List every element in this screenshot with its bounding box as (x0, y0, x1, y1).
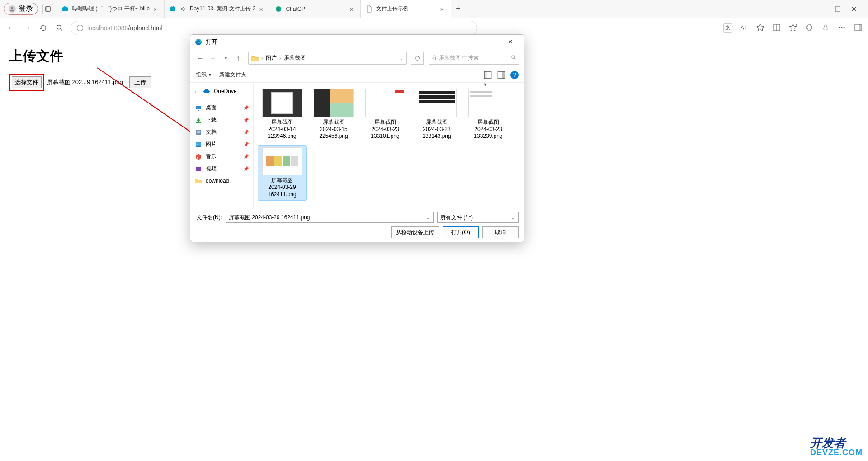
chevron-down-icon[interactable]: ⌄ (399, 55, 404, 61)
file-item-selected[interactable]: 屏幕截图2024-03-29162411.png (258, 146, 306, 200)
lang-indicator[interactable]: あ (723, 23, 732, 33)
refresh-button[interactable] (38, 23, 49, 33)
sidebar-item-download-folder[interactable]: download (190, 175, 253, 187)
close-icon[interactable]: × (349, 6, 356, 12)
help-icon[interactable]: ? (510, 71, 519, 79)
file-item[interactable]: 屏幕截图2024-03-14123946.png (258, 87, 306, 142)
maximize-icon[interactable] (834, 5, 841, 13)
view-icon[interactable]: ▼ (483, 71, 492, 80)
file-item[interactable]: 屏幕截图2024-03-15225456.png (310, 87, 358, 142)
doc-icon (365, 5, 373, 13)
more-icon[interactable] (837, 23, 846, 32)
file-item[interactable]: 屏幕截图2024-03-23133101.png (361, 87, 409, 142)
new-tab-button[interactable]: + (451, 0, 465, 18)
bc-part[interactable]: 屏幕截图 (284, 54, 306, 62)
tab-bilibili[interactable]: 哔哩哔哩 (゜-゜)つロ 干杯~-bilib × (57, 0, 165, 18)
refresh-icon[interactable] (411, 52, 424, 65)
workspace-icon[interactable] (42, 4, 53, 14)
speaker-icon[interactable] (180, 6, 186, 12)
sidebar-item-desktop[interactable]: 桌面📌 (190, 102, 253, 114)
folder-icon (251, 55, 259, 62)
svg-rect-28 (484, 71, 487, 79)
file-item[interactable]: 屏幕截图2024-03-23133239.png (464, 87, 512, 142)
chevron-down-icon[interactable]: ▾ (220, 53, 231, 64)
dlg-forward-button[interactable]: → (208, 53, 218, 64)
chatgpt-icon (275, 5, 282, 13)
breadcrumb[interactable]: › 图片 › 屏幕截图 ⌄ (248, 52, 407, 65)
search-button[interactable] (54, 23, 65, 33)
sidebar-item-music[interactable]: 音乐📌 (190, 151, 253, 163)
split-icon[interactable] (772, 23, 781, 32)
sidebar-item-pictures[interactable]: 图片📌 (190, 138, 253, 151)
svg-rect-30 (502, 71, 505, 79)
profile-button[interactable]: 登录 (4, 3, 38, 15)
svg-point-11 (80, 26, 80, 27)
chevron-down-icon[interactable]: ⌄ (426, 214, 430, 221)
bc-part[interactable]: 图片 (266, 54, 277, 62)
thumbnail (262, 147, 302, 175)
tab-chatgpt[interactable]: ChatGPT × (270, 0, 361, 18)
svg-rect-2 (46, 6, 47, 11)
preview-icon[interactable] (497, 71, 506, 80)
svg-point-19 (841, 27, 843, 28)
thumbnail (262, 89, 302, 117)
choose-file-button[interactable]: 选择文件 (12, 76, 42, 88)
dialog-search[interactable]: 在 屏幕截图 中搜索 (429, 52, 519, 65)
favorite-icon[interactable] (756, 23, 765, 32)
dialog-titlebar: 打开 × (190, 35, 524, 49)
file-item[interactable]: 屏幕截图2024-03-23133143.png (413, 87, 461, 142)
highlight-box: 选择文件 (9, 74, 44, 91)
sidebar-item-onedrive[interactable]: › OneDrive (190, 85, 253, 97)
tab-day11[interactable]: Day11-03. 案例-文件上传-2 × (165, 0, 270, 18)
pin-icon: 📌 (243, 118, 249, 122)
new-folder-button[interactable]: 新建文件夹 (219, 71, 246, 79)
watermark: 开发者 DEVZE.COM (810, 438, 863, 457)
organize-menu[interactable]: 组织 ▼ (196, 71, 212, 79)
read-aloud-icon[interactable]: A (740, 23, 749, 32)
filename-input[interactable]: 屏幕截图 2024-03-29 162411.png⌄ (226, 212, 434, 223)
dlg-back-button[interactable]: ← (195, 53, 206, 64)
info-icon[interactable] (76, 24, 84, 32)
collections-icon[interactable] (788, 23, 797, 32)
dialog-close-button[interactable]: × (501, 38, 519, 46)
file-filter-select[interactable]: 所有文件 (*.*)⌄ (437, 212, 519, 223)
forward-button[interactable]: → (22, 23, 33, 33)
open-button[interactable]: 打开(O) (443, 226, 479, 238)
svg-point-20 (844, 27, 845, 28)
svg-rect-3 (62, 7, 68, 11)
pin-icon: 📌 (243, 166, 249, 171)
desktop-icon (195, 104, 202, 112)
svg-point-5 (276, 6, 281, 12)
performance-icon[interactable] (821, 23, 830, 32)
onedrive-icon (203, 88, 210, 95)
bilibili-icon (61, 5, 69, 13)
mobile-upload-button[interactable]: 从移动设备上传 (391, 226, 439, 238)
minimize-icon[interactable] (818, 5, 825, 13)
back-button[interactable]: ← (5, 23, 16, 33)
close-window-icon[interactable] (850, 5, 858, 13)
edge-icon (195, 38, 202, 46)
svg-rect-7 (835, 7, 840, 11)
folder-icon (195, 177, 202, 184)
file-open-dialog: 打开 × ← → ▾ ↑ › 图片 › 屏幕截图 ⌄ 在 屏幕截图 中搜索 组织… (190, 34, 524, 242)
close-icon[interactable]: × (153, 6, 160, 12)
tab-upload-example[interactable]: 文件上传示例 × (361, 0, 451, 18)
dlg-up-button[interactable]: ↑ (233, 53, 244, 64)
extensions-icon[interactable] (805, 23, 814, 32)
svg-text:A: A (741, 25, 744, 31)
sidebar-item-videos[interactable]: 视频📌 (190, 163, 253, 175)
sidebar-item-documents[interactable]: 文档📌 (190, 126, 253, 138)
svg-rect-32 (198, 110, 199, 111)
cancel-button[interactable]: 取消 (482, 226, 519, 238)
sidebar-item-downloads[interactable]: 下载📌 (190, 114, 253, 126)
close-icon[interactable]: × (440, 6, 446, 12)
thumbnail (468, 89, 508, 117)
address-bar[interactable]: localhost:8088/upload.html (71, 21, 477, 35)
close-icon[interactable]: × (259, 6, 265, 12)
search-icon (511, 55, 516, 61)
chevron-down-icon[interactable]: ⌄ (511, 214, 515, 221)
upload-button[interactable]: 上传 (129, 76, 151, 88)
selected-filename: 屏幕截图 202...9 162411.png (47, 78, 123, 86)
sidebar-toggle-icon[interactable] (854, 23, 863, 32)
thumbnail (417, 89, 457, 117)
